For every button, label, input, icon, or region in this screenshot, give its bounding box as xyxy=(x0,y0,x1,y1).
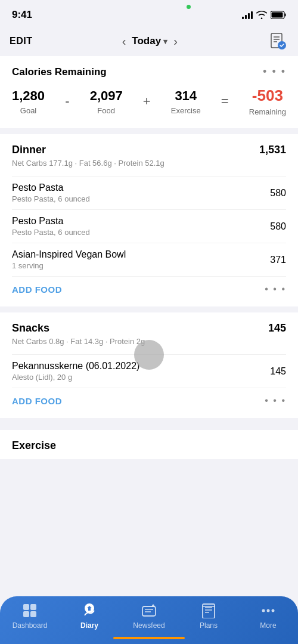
plus-operator: + xyxy=(143,94,151,109)
remaining-value: -503 xyxy=(252,86,283,105)
svg-rect-13 xyxy=(142,606,156,616)
diary-options-button[interactable] xyxy=(267,30,288,52)
svg-rect-8 xyxy=(23,604,29,610)
current-date[interactable]: Today ▾ xyxy=(132,35,167,47)
exercise-value: 314 xyxy=(175,88,197,104)
tab-diary-label: Diary xyxy=(80,621,98,630)
date-navigation: ‹ Today ▾ › xyxy=(122,35,178,48)
status-icons xyxy=(242,11,286,19)
dinner-add-food-row: ADD FOOD • • • xyxy=(12,276,286,297)
calories-options-button[interactable]: • • • xyxy=(263,66,286,78)
calories-title: Calories Remaining xyxy=(12,66,107,78)
diary-icon xyxy=(269,32,287,50)
goal-label: Goal xyxy=(20,106,36,115)
diary-tab-icon xyxy=(81,602,98,619)
dinner-section: Dinner 1,531 Net Carbs 177.1g · Fat 56.6… xyxy=(0,134,298,306)
snacks-item-1-cal: 145 xyxy=(262,366,286,377)
svg-rect-11 xyxy=(30,611,36,617)
tab-plans[interactable]: Plans xyxy=(188,602,229,630)
snacks-add-food-row: ADD FOOD • • • xyxy=(12,388,286,408)
tab-more-label: More xyxy=(260,621,276,630)
dinner-item-1[interactable]: Pesto Pasta Pesto Pasta, 6 ounced 580 xyxy=(12,176,286,209)
equals-operator: = xyxy=(221,94,229,109)
dinner-title: Dinner xyxy=(12,144,46,156)
tab-dashboard[interactable]: Dashboard xyxy=(9,602,51,630)
goal-item: 1,280 Goal xyxy=(12,88,45,115)
goal-value: 1,280 xyxy=(12,88,45,104)
section-divider-3 xyxy=(0,418,298,424)
battery-icon xyxy=(271,11,286,19)
calories-card: Calories Remaining • • • 1,280 Goal - 2,… xyxy=(0,56,298,128)
dinner-item-2-name: Pesto Pasta xyxy=(12,216,262,227)
dinner-item-3-desc: 1 serving xyxy=(12,261,262,270)
remaining-item: -503 Remaining xyxy=(249,86,286,116)
food-item: 2,097 Food xyxy=(90,88,123,115)
nav-bar: EDIT ‹ Today ▾ › xyxy=(0,26,298,56)
minus-operator: - xyxy=(65,94,69,109)
dinner-item-3-name: Asian-Inspired Vegan Bowl xyxy=(12,249,262,260)
remaining-label: Remaining xyxy=(249,107,286,116)
dinner-macros: Net Carbs 177.1g · Fat 56.6g · Protein 5… xyxy=(12,159,286,168)
dropdown-arrow: ▾ xyxy=(163,37,167,46)
svg-rect-2 xyxy=(272,13,283,18)
tab-plans-label: Plans xyxy=(200,621,218,630)
tab-newsfeed[interactable]: Newsfeed xyxy=(128,602,170,630)
svg-point-22 xyxy=(267,609,270,612)
exercise-label: Exercise xyxy=(171,106,201,115)
signal-icon xyxy=(242,11,253,19)
dinner-item-3-cal: 371 xyxy=(262,255,286,265)
more-icon xyxy=(260,603,276,618)
section-divider-1 xyxy=(0,128,298,134)
exercise-section: Exercise xyxy=(0,430,298,459)
next-day-button[interactable]: › xyxy=(173,35,178,48)
tab-dashboard-label: Dashboard xyxy=(13,621,48,630)
dinner-item-2-desc: Pesto Pasta, 6 ounced xyxy=(12,228,262,237)
svg-rect-1 xyxy=(285,14,286,17)
plans-icon xyxy=(201,603,216,618)
dinner-more-options-button[interactable]: • • • xyxy=(265,284,286,295)
food-label: Food xyxy=(97,106,115,115)
dinner-item-1-name: Pesto Pasta xyxy=(12,182,262,193)
dinner-item-2[interactable]: Pesto Pasta Pesto Pasta, 6 ounced 580 xyxy=(12,209,286,243)
newsfeed-icon xyxy=(141,603,157,618)
section-divider-2 xyxy=(0,306,298,312)
connectivity-dot xyxy=(187,5,191,9)
dinner-item-1-cal: 580 xyxy=(262,188,286,199)
svg-rect-9 xyxy=(30,604,36,610)
tab-active-indicator xyxy=(113,637,185,639)
svg-point-21 xyxy=(262,609,265,612)
dinner-item-3[interactable]: Asian-Inspired Vegan Bowl 1 serving 371 xyxy=(12,243,286,276)
tab-diary[interactable]: Diary xyxy=(69,602,110,630)
snacks-item-1-desc: Alesto (Lidl), 20 g xyxy=(12,373,262,382)
dinner-add-food-button[interactable]: ADD FOOD xyxy=(12,284,62,295)
svg-point-23 xyxy=(272,609,275,612)
exercise-item: 314 Exercise xyxy=(171,88,201,115)
tab-more[interactable]: More xyxy=(247,602,289,630)
prev-day-button[interactable]: ‹ xyxy=(122,35,126,48)
snacks-more-options-button[interactable]: • • • xyxy=(265,395,286,406)
dinner-calories: 1,531 xyxy=(259,144,286,156)
exercise-title: Exercise xyxy=(12,439,56,451)
tab-newsfeed-label: Newsfeed xyxy=(133,621,164,630)
wifi-icon xyxy=(256,11,267,19)
status-time: 9:41 xyxy=(12,9,32,21)
snacks-calories: 145 xyxy=(268,322,286,335)
tab-bar: Dashboard Diary Newsfeed xyxy=(0,596,298,644)
status-bar: 9:41 xyxy=(0,0,298,26)
edit-button[interactable]: EDIT xyxy=(10,36,32,47)
snacks-add-food-button[interactable]: ADD FOOD xyxy=(12,396,62,406)
snacks-title: Snacks xyxy=(12,322,49,335)
dashboard-icon xyxy=(22,603,38,618)
dinner-item-1-desc: Pesto Pasta, 6 ounced xyxy=(12,194,262,203)
dinner-item-2-cal: 580 xyxy=(262,221,286,232)
drag-handle[interactable] xyxy=(134,340,164,370)
food-value: 2,097 xyxy=(90,88,123,104)
svg-rect-10 xyxy=(23,611,29,617)
